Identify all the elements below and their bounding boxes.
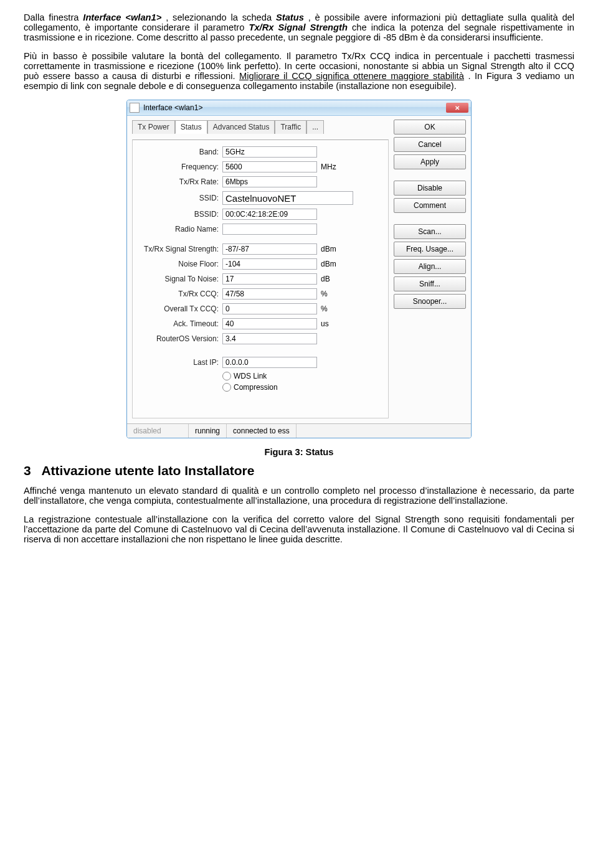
label-last-ip: Last IP: (139, 358, 219, 367)
sniff-button[interactable]: Sniff... (394, 276, 466, 291)
field-noise-floor[interactable] (222, 258, 317, 270)
term-status: Status (276, 12, 304, 22)
field-signal-strength[interactable] (222, 243, 317, 255)
text: , selezionando la scheda (166, 12, 276, 22)
radio-label: Compression (234, 383, 278, 392)
radio-icon (222, 372, 231, 380)
button-column: OK Cancel Apply Disable Comment Scan... … (394, 120, 466, 418)
term-interface: Interface <wlan1> (83, 12, 161, 22)
term-signal-strength: Tx/Rx Signal Strength (249, 22, 348, 32)
apply-button[interactable]: Apply (394, 154, 466, 169)
label-txrx-rate: Tx/Rx Rate: (139, 177, 219, 186)
comment-button[interactable]: Comment (394, 198, 466, 213)
label-ack-timeout: Ack. Timeout: (139, 319, 219, 328)
underline-ccq: Migliorare il CCQ significa ottenere mag… (239, 71, 464, 81)
tab-more[interactable]: ... (306, 120, 324, 134)
cancel-button[interactable]: Cancel (394, 137, 466, 152)
unit-overall-ccq: % (321, 304, 338, 313)
figure-caption: Figura 3: Status (24, 447, 574, 457)
unit-signal: dBm (321, 245, 338, 253)
tab-tx-power[interactable]: Tx Power (132, 120, 175, 134)
status-running: running (189, 424, 227, 438)
radio-icon (222, 383, 231, 392)
label-frequency: Frequency: (139, 163, 219, 171)
label-band: Band: (139, 148, 219, 156)
label-ccq: Tx/Rx CCQ: (139, 290, 219, 298)
label-bssid: BSSID: (139, 210, 219, 219)
snooper-button[interactable]: Snooper... (394, 294, 466, 309)
interface-window: Interface <wlan1> ✕ Tx Power Status Adva… (126, 100, 472, 438)
field-radio-name[interactable] (222, 224, 317, 235)
unit-ack: us (321, 319, 338, 328)
unit-noise: dBm (321, 260, 338, 268)
radio-wds-link[interactable]: WDS Link (222, 372, 382, 380)
radio-label: WDS Link (234, 372, 267, 380)
status-form: Band: Frequency:MHz Tx/Rx Rate: SSID: BS… (132, 139, 389, 418)
field-last-ip[interactable] (222, 357, 317, 368)
field-snr[interactable] (222, 273, 317, 285)
paragraph-4: La registrazione contestuale all’install… (24, 514, 574, 544)
window-icon (130, 103, 140, 113)
scan-button[interactable]: Scan... (394, 224, 466, 239)
tab-status[interactable]: Status (175, 120, 207, 134)
titlebar: Interface <wlan1> ✕ (127, 100, 471, 116)
unit-snr: dB (321, 275, 338, 283)
ok-button[interactable]: OK (394, 120, 466, 134)
status-disabled: disabled (127, 424, 189, 438)
field-ssid[interactable] (222, 191, 353, 205)
heading-number: 3 (24, 463, 31, 478)
field-bssid[interactable] (222, 209, 317, 220)
text: Dalla finestra (24, 12, 83, 22)
window-title: Interface <wlan1> (143, 103, 446, 112)
field-band[interactable] (222, 146, 317, 158)
paragraph-1: Dalla finestra Interface <wlan1> , selez… (24, 12, 574, 42)
label-noise-floor: Noise Floor: (139, 260, 219, 268)
heading-text: Attivazione utente lato Installatore (41, 463, 254, 478)
label-signal-strength: Tx/Rx Signal Strength: (139, 245, 219, 253)
field-routeros[interactable] (222, 333, 317, 344)
label-routeros: RouterOS Version: (139, 334, 219, 343)
label-ssid: SSID: (139, 194, 219, 202)
label-overall-ccq: Overall Tx CCQ: (139, 304, 219, 313)
tab-traffic[interactable]: Traffic (275, 120, 306, 134)
tab-advanced-status[interactable]: Advanced Status (207, 120, 275, 134)
field-ccq[interactable] (222, 288, 317, 300)
field-overall-ccq[interactable] (222, 303, 317, 314)
tab-strip: Tx Power Status Advanced Status Traffic … (132, 120, 389, 133)
screenshot-container: Interface <wlan1> ✕ Tx Power Status Adva… (24, 100, 574, 438)
close-icon[interactable]: ✕ (446, 103, 468, 113)
paragraph-2: Più in basso è possibile valutare la bon… (24, 51, 574, 91)
status-bar: disabled running connected to ess (127, 423, 471, 438)
radio-compression[interactable]: Compression (222, 383, 382, 392)
label-radio-name: Radio Name: (139, 225, 219, 234)
field-txrx-rate[interactable] (222, 176, 317, 187)
paragraph-3: Affinché venga mantenuto un elevato stan… (24, 486, 574, 506)
status-connected: connected to ess (227, 424, 297, 438)
section-heading: 3 Attivazione utente lato Installatore (24, 463, 574, 478)
freq-usage-button[interactable]: Freq. Usage... (394, 242, 466, 257)
field-frequency[interactable] (222, 161, 317, 172)
disable-button[interactable]: Disable (394, 181, 466, 196)
align-button[interactable]: Align... (394, 259, 466, 274)
unit-frequency: MHz (321, 163, 338, 171)
unit-ccq: % (321, 290, 338, 298)
field-ack-timeout[interactable] (222, 318, 317, 329)
label-snr: Signal To Noise: (139, 275, 219, 283)
